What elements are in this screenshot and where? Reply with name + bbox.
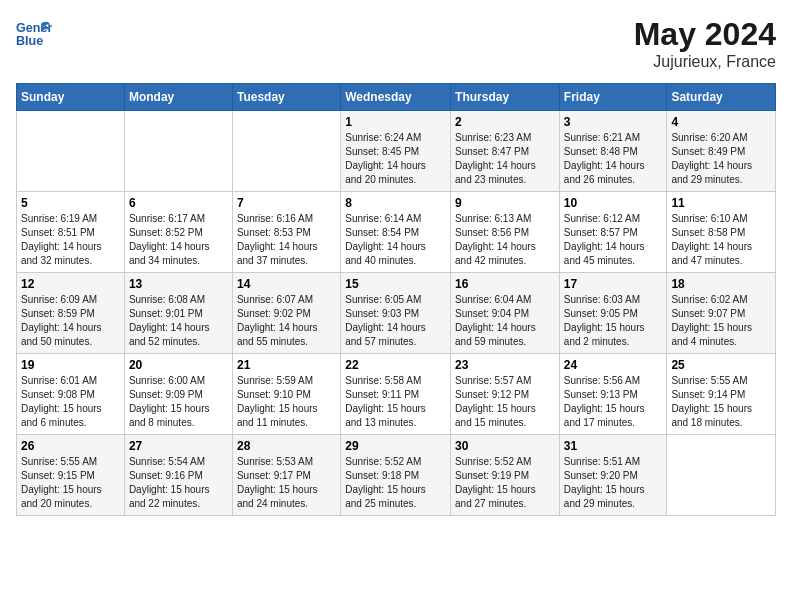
day-cell: 5Sunrise: 6:19 AM Sunset: 8:51 PM Daylig…: [17, 192, 125, 273]
column-header-saturday: Saturday: [667, 84, 776, 111]
day-number: 13: [129, 277, 228, 291]
day-info: Sunrise: 6:12 AM Sunset: 8:57 PM Dayligh…: [564, 212, 663, 268]
day-info: Sunrise: 5:52 AM Sunset: 9:18 PM Dayligh…: [345, 455, 446, 511]
day-cell: 10Sunrise: 6:12 AM Sunset: 8:57 PM Dayli…: [559, 192, 667, 273]
day-number: 11: [671, 196, 771, 210]
header-row: SundayMondayTuesdayWednesdayThursdayFrid…: [17, 84, 776, 111]
day-number: 17: [564, 277, 663, 291]
day-cell: 22Sunrise: 5:58 AM Sunset: 9:11 PM Dayli…: [341, 354, 451, 435]
day-number: 30: [455, 439, 555, 453]
day-cell: 1Sunrise: 6:24 AM Sunset: 8:45 PM Daylig…: [341, 111, 451, 192]
day-info: Sunrise: 6:21 AM Sunset: 8:48 PM Dayligh…: [564, 131, 663, 187]
day-number: 22: [345, 358, 446, 372]
day-number: 23: [455, 358, 555, 372]
day-number: 1: [345, 115, 446, 129]
day-number: 15: [345, 277, 446, 291]
day-number: 24: [564, 358, 663, 372]
column-header-wednesday: Wednesday: [341, 84, 451, 111]
day-number: 25: [671, 358, 771, 372]
day-cell: 27Sunrise: 5:54 AM Sunset: 9:16 PM Dayli…: [124, 435, 232, 516]
day-info: Sunrise: 6:01 AM Sunset: 9:08 PM Dayligh…: [21, 374, 120, 430]
day-info: Sunrise: 6:10 AM Sunset: 8:58 PM Dayligh…: [671, 212, 771, 268]
day-number: 21: [237, 358, 336, 372]
day-cell: 21Sunrise: 5:59 AM Sunset: 9:10 PM Dayli…: [232, 354, 340, 435]
day-number: 5: [21, 196, 120, 210]
day-number: 16: [455, 277, 555, 291]
day-cell: 29Sunrise: 5:52 AM Sunset: 9:18 PM Dayli…: [341, 435, 451, 516]
day-cell: 3Sunrise: 6:21 AM Sunset: 8:48 PM Daylig…: [559, 111, 667, 192]
day-number: 27: [129, 439, 228, 453]
day-cell: 11Sunrise: 6:10 AM Sunset: 8:58 PM Dayli…: [667, 192, 776, 273]
day-info: Sunrise: 5:55 AM Sunset: 9:15 PM Dayligh…: [21, 455, 120, 511]
day-cell: 23Sunrise: 5:57 AM Sunset: 9:12 PM Dayli…: [451, 354, 560, 435]
week-row-3: 12Sunrise: 6:09 AM Sunset: 8:59 PM Dayli…: [17, 273, 776, 354]
week-row-4: 19Sunrise: 6:01 AM Sunset: 9:08 PM Dayli…: [17, 354, 776, 435]
day-number: 18: [671, 277, 771, 291]
day-cell: 7Sunrise: 6:16 AM Sunset: 8:53 PM Daylig…: [232, 192, 340, 273]
day-number: 9: [455, 196, 555, 210]
day-cell: 31Sunrise: 5:51 AM Sunset: 9:20 PM Dayli…: [559, 435, 667, 516]
day-number: 14: [237, 277, 336, 291]
location: Jujurieux, France: [634, 53, 776, 71]
page-header: General Blue May 2024 Jujurieux, France: [16, 16, 776, 71]
week-row-1: 1Sunrise: 6:24 AM Sunset: 8:45 PM Daylig…: [17, 111, 776, 192]
day-cell: [17, 111, 125, 192]
day-cell: 25Sunrise: 5:55 AM Sunset: 9:14 PM Dayli…: [667, 354, 776, 435]
day-info: Sunrise: 6:07 AM Sunset: 9:02 PM Dayligh…: [237, 293, 336, 349]
day-info: Sunrise: 6:24 AM Sunset: 8:45 PM Dayligh…: [345, 131, 446, 187]
day-number: 29: [345, 439, 446, 453]
logo: General Blue: [16, 16, 56, 52]
calendar-table: SundayMondayTuesdayWednesdayThursdayFrid…: [16, 83, 776, 516]
day-number: 31: [564, 439, 663, 453]
day-info: Sunrise: 5:52 AM Sunset: 9:19 PM Dayligh…: [455, 455, 555, 511]
day-cell: 13Sunrise: 6:08 AM Sunset: 9:01 PM Dayli…: [124, 273, 232, 354]
day-cell: 12Sunrise: 6:09 AM Sunset: 8:59 PM Dayli…: [17, 273, 125, 354]
day-info: Sunrise: 5:56 AM Sunset: 9:13 PM Dayligh…: [564, 374, 663, 430]
day-info: Sunrise: 6:05 AM Sunset: 9:03 PM Dayligh…: [345, 293, 446, 349]
day-number: 10: [564, 196, 663, 210]
day-cell: 18Sunrise: 6:02 AM Sunset: 9:07 PM Dayli…: [667, 273, 776, 354]
column-header-monday: Monday: [124, 84, 232, 111]
day-info: Sunrise: 6:23 AM Sunset: 8:47 PM Dayligh…: [455, 131, 555, 187]
day-cell: 19Sunrise: 6:01 AM Sunset: 9:08 PM Dayli…: [17, 354, 125, 435]
day-cell: 4Sunrise: 6:20 AM Sunset: 8:49 PM Daylig…: [667, 111, 776, 192]
day-number: 20: [129, 358, 228, 372]
day-number: 26: [21, 439, 120, 453]
day-info: Sunrise: 6:13 AM Sunset: 8:56 PM Dayligh…: [455, 212, 555, 268]
day-cell: 2Sunrise: 6:23 AM Sunset: 8:47 PM Daylig…: [451, 111, 560, 192]
day-info: Sunrise: 6:00 AM Sunset: 9:09 PM Dayligh…: [129, 374, 228, 430]
day-info: Sunrise: 6:09 AM Sunset: 8:59 PM Dayligh…: [21, 293, 120, 349]
day-cell: [667, 435, 776, 516]
day-info: Sunrise: 6:03 AM Sunset: 9:05 PM Dayligh…: [564, 293, 663, 349]
day-cell: 8Sunrise: 6:14 AM Sunset: 8:54 PM Daylig…: [341, 192, 451, 273]
day-number: 3: [564, 115, 663, 129]
day-info: Sunrise: 5:58 AM Sunset: 9:11 PM Dayligh…: [345, 374, 446, 430]
day-info: Sunrise: 6:20 AM Sunset: 8:49 PM Dayligh…: [671, 131, 771, 187]
day-cell: [124, 111, 232, 192]
day-info: Sunrise: 6:16 AM Sunset: 8:53 PM Dayligh…: [237, 212, 336, 268]
day-info: Sunrise: 5:54 AM Sunset: 9:16 PM Dayligh…: [129, 455, 228, 511]
month-year: May 2024: [634, 16, 776, 53]
day-info: Sunrise: 6:17 AM Sunset: 8:52 PM Dayligh…: [129, 212, 228, 268]
day-info: Sunrise: 6:04 AM Sunset: 9:04 PM Dayligh…: [455, 293, 555, 349]
day-info: Sunrise: 5:55 AM Sunset: 9:14 PM Dayligh…: [671, 374, 771, 430]
day-cell: 17Sunrise: 6:03 AM Sunset: 9:05 PM Dayli…: [559, 273, 667, 354]
column-header-thursday: Thursday: [451, 84, 560, 111]
day-cell: 30Sunrise: 5:52 AM Sunset: 9:19 PM Dayli…: [451, 435, 560, 516]
day-cell: 20Sunrise: 6:00 AM Sunset: 9:09 PM Dayli…: [124, 354, 232, 435]
day-cell: [232, 111, 340, 192]
day-cell: 15Sunrise: 6:05 AM Sunset: 9:03 PM Dayli…: [341, 273, 451, 354]
day-number: 28: [237, 439, 336, 453]
day-number: 12: [21, 277, 120, 291]
column-header-sunday: Sunday: [17, 84, 125, 111]
day-info: Sunrise: 5:51 AM Sunset: 9:20 PM Dayligh…: [564, 455, 663, 511]
day-info: Sunrise: 5:59 AM Sunset: 9:10 PM Dayligh…: [237, 374, 336, 430]
day-cell: 16Sunrise: 6:04 AM Sunset: 9:04 PM Dayli…: [451, 273, 560, 354]
day-info: Sunrise: 6:19 AM Sunset: 8:51 PM Dayligh…: [21, 212, 120, 268]
column-header-tuesday: Tuesday: [232, 84, 340, 111]
title-block: May 2024 Jujurieux, France: [634, 16, 776, 71]
week-row-5: 26Sunrise: 5:55 AM Sunset: 9:15 PM Dayli…: [17, 435, 776, 516]
day-cell: 14Sunrise: 6:07 AM Sunset: 9:02 PM Dayli…: [232, 273, 340, 354]
day-cell: 9Sunrise: 6:13 AM Sunset: 8:56 PM Daylig…: [451, 192, 560, 273]
day-number: 8: [345, 196, 446, 210]
